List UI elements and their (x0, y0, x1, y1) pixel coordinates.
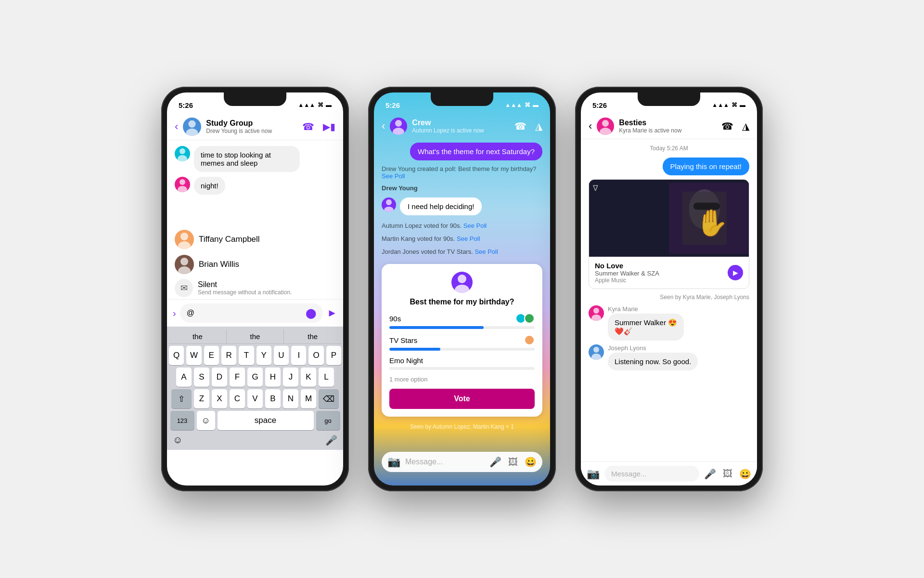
keyboard-1: the the the Q W E R T Y U I O P A (167, 327, 343, 450)
key-f[interactable]: F (230, 368, 245, 387)
today-label: Today 5:26 AM (589, 145, 749, 152)
besties-sent-row: Playing this on repeat! (589, 158, 749, 175)
mic-icon-3[interactable]: 🎤 (704, 468, 716, 480)
poll-option-label-emonight: Emo Night (389, 356, 423, 365)
key-x[interactable]: X (212, 389, 227, 408)
key-r[interactable]: R (221, 346, 236, 365)
besties-messages: Today 5:26 AM Playing this on repeat! (581, 139, 757, 374)
sticker-icon-3[interactable]: 😀 (739, 468, 751, 480)
suggestion-1[interactable]: the (169, 329, 227, 343)
key-v[interactable]: V (247, 389, 263, 408)
crew-input-placeholder[interactable]: Message... (405, 458, 485, 466)
crew-video-icon[interactable]: ◮ (535, 120, 542, 132)
joseph-msg-content: Joseph Lyons Listening now. So good. (608, 344, 749, 370)
besties-input-field[interactable]: Message... (604, 466, 699, 482)
besties-info: Besties Kyra Marie is active now (619, 118, 717, 134)
message-input-1[interactable]: @ ⬤ (180, 303, 323, 323)
music-info: No Love Summer Walker & SZA Apple Music … (589, 257, 749, 289)
music-card[interactable]: ✋ ∇ No Love Summer Walker & SZA Apple Mu… (589, 179, 749, 289)
back-button-2[interactable]: ‹ (382, 120, 385, 132)
key-n[interactable]: N (283, 389, 298, 408)
besties-call-icon[interactable]: ☎ (721, 120, 733, 132)
key-d[interactable]: D (212, 368, 227, 387)
svg-point-15 (455, 285, 469, 293)
poll-fill-tvstars (389, 348, 440, 351)
poll-bar-90s (389, 326, 535, 329)
back-button-3[interactable]: ‹ (589, 120, 592, 132)
key-s[interactable]: S (194, 368, 209, 387)
key-u[interactable]: U (274, 346, 289, 365)
key-j[interactable]: J (283, 368, 298, 387)
key-delete[interactable]: ⌫ (319, 389, 339, 408)
video-button-1[interactable]: ▶▮ (323, 121, 335, 132)
suggestion-2[interactable]: the (227, 329, 284, 343)
phones-container: 5:26 ▲▲▲ ⌘ ▬ ‹ Study Group Drew Young is… (142, 67, 782, 511)
poll-option-label-90s: 90s (389, 315, 401, 323)
key-o[interactable]: O (308, 346, 323, 365)
poll-vote-button[interactable]: Vote (389, 389, 535, 409)
see-poll-link-4[interactable]: See Poll (475, 248, 498, 255)
image-icon-2[interactable]: 🖼 (508, 457, 518, 468)
mic-icon-2[interactable]: 🎤 (489, 456, 501, 468)
msg-avatar (175, 146, 190, 161)
vote-msg-autumn: Autumn Lopez voted for 90s. See Poll (382, 221, 542, 230)
message-row: time to stop looking at memes and sleep (175, 146, 335, 172)
key-shift[interactable]: ⇧ (171, 389, 192, 408)
svg-point-27 (591, 354, 601, 360)
call-button-1[interactable]: ☎ (302, 121, 314, 132)
key-c[interactable]: C (230, 389, 245, 408)
see-poll-link-2[interactable]: See Poll (463, 222, 487, 229)
key-l[interactable]: L (319, 368, 334, 387)
key-p[interactable]: P (326, 346, 341, 365)
key-m[interactable]: M (301, 389, 316, 408)
key-w[interactable]: W (186, 346, 201, 365)
key-h[interactable]: H (265, 368, 281, 387)
notch-3 (638, 92, 700, 106)
status-time-1: 5:26 (179, 101, 193, 109)
contact-row-tiffany[interactable]: Tiffany Campbell (175, 227, 335, 252)
back-button-1[interactable]: ‹ (175, 120, 178, 133)
key-g[interactable]: G (247, 368, 263, 387)
poll-more-options: 1 more option (389, 376, 535, 383)
key-z[interactable]: Z (194, 389, 209, 408)
crew-call-icon[interactable]: ☎ (514, 120, 526, 132)
image-icon-3[interactable]: 🖼 (723, 468, 732, 480)
poll-option-label-tvstars: TV Stars (389, 336, 417, 344)
contact-avatar (175, 255, 194, 274)
notch-2 (431, 92, 493, 106)
key-e[interactable]: E (204, 346, 219, 365)
sticker-icon-2[interactable]: 😀 (525, 456, 537, 468)
key-a[interactable]: A (176, 368, 192, 387)
voice-icon[interactable]: ⬤ (306, 307, 316, 319)
key-y[interactable]: Y (257, 346, 271, 365)
contact-row-brian[interactable]: Brian Willis (175, 252, 335, 277)
suggestion-3[interactable]: the (284, 329, 341, 343)
key-i[interactable]: I (291, 346, 306, 365)
key-go[interactable]: go (316, 411, 340, 430)
emoji-key[interactable]: ☺ (197, 411, 215, 430)
camera-icon-3[interactable]: 📷 (587, 468, 600, 480)
status-icons-2: ▲▲▲ ⌘ ▬ (505, 102, 539, 108)
contact-avatar (175, 230, 194, 249)
key-t[interactable]: T (239, 346, 254, 365)
key-b[interactable]: B (265, 389, 281, 408)
mic-bottom-icon[interactable]: 🎤 (325, 434, 337, 446)
crew-status: Autumn Lopez is active now (412, 127, 510, 134)
see-poll-link-1[interactable]: See Poll (382, 172, 405, 180)
key-123[interactable]: 123 (170, 411, 194, 430)
see-poll-link-3[interactable]: See Poll (457, 235, 480, 242)
camera-icon-2[interactable]: 📷 (387, 456, 400, 468)
send-button-1[interactable]: ► (327, 307, 337, 319)
emoji-bottom-icon[interactable]: ☺ (173, 434, 182, 446)
svg-point-6 (180, 233, 188, 240)
battery-icon-2: ▬ (533, 102, 539, 108)
key-space[interactable]: space (218, 411, 314, 430)
share-icon[interactable]: ∇ (593, 184, 598, 193)
silent-row[interactable]: ✉ Silent Send message without a notifica… (175, 277, 335, 299)
music-play-button[interactable]: ▶ (728, 265, 743, 280)
key-k[interactable]: K (301, 368, 316, 387)
besties-video-icon[interactable]: ◮ (742, 120, 749, 132)
expand-icon[interactable]: › (173, 308, 176, 319)
svg-point-11 (393, 128, 404, 135)
key-q[interactable]: Q (169, 346, 184, 365)
